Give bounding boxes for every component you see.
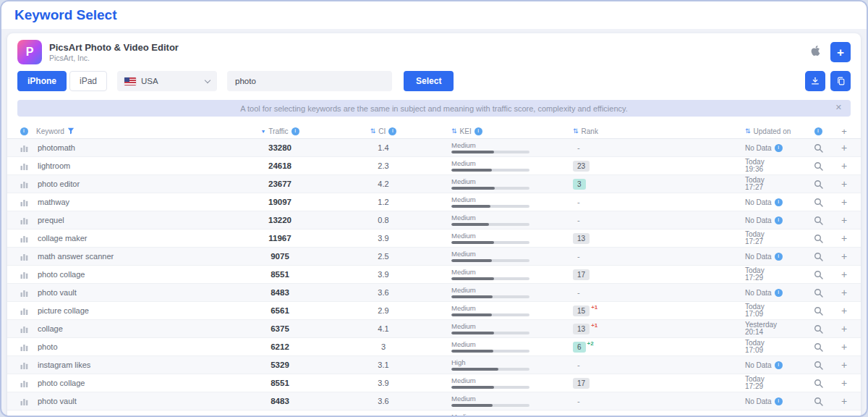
kei-progress-fill bbox=[451, 187, 495, 190]
sort-icon[interactable]: ⇅ bbox=[745, 128, 751, 135]
filter-icon[interactable] bbox=[67, 127, 75, 135]
sort-icon[interactable]: ⇅ bbox=[370, 128, 376, 135]
keyword-chart-button[interactable] bbox=[12, 180, 36, 188]
ci-value: 4.1 bbox=[330, 324, 437, 333]
add-keyword-button[interactable]: + bbox=[832, 396, 856, 406]
table-row: collage maker 11967 3.9 Medium 13 Today … bbox=[7, 229, 861, 248]
add-keyword-button[interactable]: + bbox=[832, 161, 856, 171]
column-header-ci[interactable]: ⇅ CI i bbox=[330, 127, 437, 135]
add-keyword-button[interactable]: + bbox=[832, 197, 856, 207]
info-icon[interactable]: i bbox=[292, 127, 299, 135]
select-button[interactable]: Select bbox=[404, 71, 454, 91]
add-keyword-button[interactable]: + bbox=[832, 378, 856, 388]
device-tab-iphone[interactable]: iPhone bbox=[17, 71, 67, 91]
add-keyword-button[interactable]: + bbox=[832, 342, 856, 352]
info-icon[interactable]: i bbox=[20, 127, 28, 135]
keyword-chart-button[interactable] bbox=[12, 289, 36, 297]
kei-progress-bar bbox=[451, 368, 529, 371]
rank-cell: - bbox=[569, 252, 678, 261]
inspect-keyword-button[interactable] bbox=[804, 143, 832, 153]
add-keyword-button[interactable]: + bbox=[832, 269, 856, 279]
inspect-keyword-button[interactable] bbox=[804, 324, 832, 334]
kei-progress-bar bbox=[451, 350, 529, 353]
column-header-updated[interactable]: ⇅ Updated on bbox=[678, 127, 804, 135]
keyword-chart-button[interactable] bbox=[12, 144, 36, 152]
inspect-keyword-button[interactable] bbox=[804, 361, 832, 370]
bar-chart-icon bbox=[20, 343, 28, 351]
column-header-rank[interactable]: ⇅ Rank bbox=[569, 127, 678, 135]
inspect-keyword-button[interactable] bbox=[804, 180, 832, 189]
ci-value: 2.5 bbox=[330, 252, 437, 261]
ci-value: 3.6 bbox=[330, 288, 437, 297]
updated-cell: No Data i bbox=[678, 289, 804, 297]
add-keyword-button[interactable]: + bbox=[832, 287, 856, 298]
search-icon bbox=[814, 270, 823, 279]
keyword-chart-button[interactable] bbox=[12, 253, 36, 261]
inspect-keyword-button[interactable] bbox=[804, 161, 832, 171]
column-header-keyword[interactable]: Keyword bbox=[36, 127, 230, 135]
column-header-traffic[interactable]: ▼ Traffic i bbox=[230, 127, 330, 135]
rank-badge: 17 bbox=[573, 269, 590, 280]
kei-cell: Medium bbox=[437, 214, 569, 227]
updated-lines: Today 17:29 bbox=[745, 267, 804, 282]
add-keyword-button[interactable]: + bbox=[832, 251, 856, 261]
inspect-keyword-button[interactable] bbox=[804, 252, 832, 261]
rank-cell: - bbox=[569, 361, 678, 369]
inspect-keyword-button[interactable] bbox=[804, 270, 832, 279]
info-icon[interactable]: i bbox=[475, 127, 482, 135]
add-app-button[interactable]: + bbox=[830, 42, 851, 62]
kei-progress-bar bbox=[451, 223, 529, 226]
add-all-keywords-icon[interactable]: + bbox=[832, 126, 856, 137]
sort-icon[interactable]: ⇅ bbox=[573, 128, 579, 135]
keyword-chart-button[interactable] bbox=[12, 325, 36, 333]
keyword-chart-button[interactable] bbox=[12, 198, 36, 206]
add-keyword-button[interactable]: + bbox=[832, 215, 856, 225]
inspect-keyword-button[interactable] bbox=[804, 306, 832, 316]
table-header: i Keyword ▼ Traffic i ⇅ CI i ⇅ KEI i ⇅ bbox=[7, 124, 861, 139]
keyword-chart-button[interactable] bbox=[12, 361, 36, 369]
rank-dash: - bbox=[573, 143, 580, 152]
info-icon[interactable]: i bbox=[814, 127, 822, 135]
ci-value: 1.4 bbox=[330, 143, 437, 152]
inspect-keyword-button[interactable] bbox=[804, 415, 832, 417]
keyword-chart-button[interactable] bbox=[12, 216, 36, 224]
keyword-chart-button[interactable] bbox=[12, 271, 36, 279]
inspect-keyword-button[interactable] bbox=[804, 342, 832, 352]
column-header-kei[interactable]: ⇅ KEI i bbox=[437, 127, 569, 135]
add-keyword-button[interactable]: + bbox=[832, 324, 856, 334]
inspect-keyword-button[interactable] bbox=[804, 234, 832, 243]
add-keyword-button[interactable]: + bbox=[832, 414, 856, 417]
add-keyword-button[interactable]: + bbox=[832, 360, 856, 370]
add-keyword-button[interactable]: + bbox=[832, 143, 856, 153]
add-keyword-button[interactable]: + bbox=[832, 233, 856, 243]
copy-button[interactable] bbox=[830, 71, 851, 91]
inspect-keyword-button[interactable] bbox=[804, 379, 832, 388]
add-keyword-button[interactable]: + bbox=[832, 306, 856, 316]
sort-desc-icon[interactable]: ▼ bbox=[260, 129, 265, 134]
keyword-label: photo editor bbox=[36, 180, 230, 188]
country-select[interactable]: USA bbox=[117, 71, 217, 91]
inspect-keyword-button[interactable] bbox=[804, 288, 832, 298]
keyword-chart-button[interactable] bbox=[12, 343, 36, 351]
keyword-chart-button[interactable] bbox=[12, 379, 36, 387]
updated-cell: No Data i bbox=[678, 144, 804, 152]
keyword-chart-button[interactable] bbox=[12, 397, 36, 405]
inspect-keyword-button[interactable] bbox=[804, 397, 832, 406]
updated-time: 17:27 bbox=[745, 238, 804, 246]
keyword-chart-button[interactable] bbox=[12, 235, 36, 243]
no-data: No Data i bbox=[745, 198, 804, 206]
banner-close-icon[interactable]: ✕ bbox=[835, 104, 842, 111]
rank-cell: - bbox=[569, 288, 678, 297]
no-data-label: No Data bbox=[745, 198, 772, 206]
inspect-keyword-button[interactable] bbox=[804, 216, 832, 225]
keyword-search-input[interactable] bbox=[227, 71, 392, 91]
info-icon[interactable]: i bbox=[388, 127, 396, 135]
download-button[interactable] bbox=[805, 71, 825, 91]
add-keyword-button[interactable]: + bbox=[832, 179, 856, 189]
sort-icon[interactable]: ⇅ bbox=[451, 128, 457, 135]
keyword-chart-button[interactable] bbox=[12, 307, 36, 315]
inspect-keyword-button[interactable] bbox=[804, 198, 832, 207]
download-icon bbox=[810, 76, 820, 86]
device-tab-ipad[interactable]: iPad bbox=[69, 71, 107, 91]
keyword-chart-button[interactable] bbox=[12, 162, 36, 170]
